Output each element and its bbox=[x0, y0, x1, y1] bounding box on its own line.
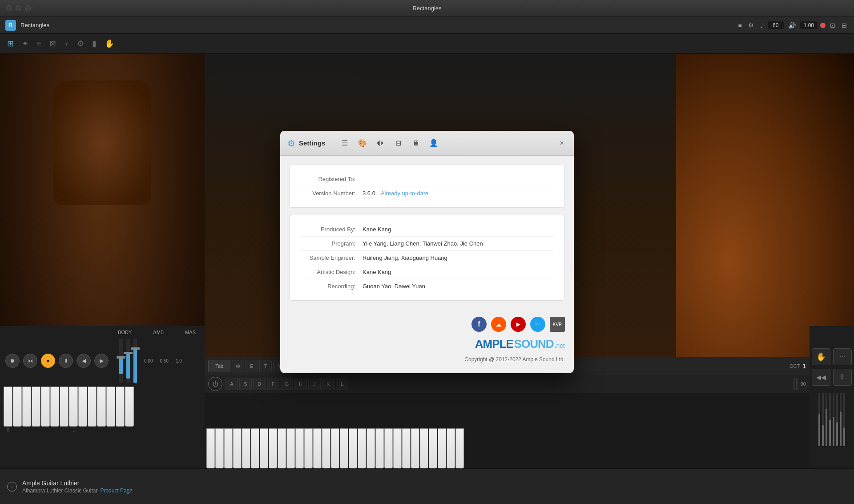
piano-white-key[interactable] bbox=[22, 387, 31, 427]
key-j[interactable]: J bbox=[308, 378, 321, 390]
mixer-icon[interactable]: ≡ bbox=[36, 39, 41, 48]
youtube-icon[interactable]: ▶ bbox=[511, 317, 526, 332]
pause-button[interactable]: ⏸ bbox=[59, 354, 73, 368]
piano-white-key[interactable] bbox=[32, 387, 40, 427]
piano-key[interactable] bbox=[278, 428, 286, 468]
tab-waveform-icon[interactable] bbox=[373, 136, 387, 150]
piano-key[interactable] bbox=[393, 428, 402, 468]
piano-white-key[interactable] bbox=[97, 387, 106, 427]
key-d[interactable]: D bbox=[253, 378, 266, 390]
piano-key[interactable] bbox=[438, 428, 446, 468]
info-icon[interactable]: i bbox=[7, 482, 17, 492]
volume-display[interactable]: 1.00 bbox=[800, 21, 818, 29]
soundcloud-icon[interactable]: ☁ bbox=[491, 317, 506, 332]
bpm-display[interactable]: 60 bbox=[768, 21, 784, 29]
tab-display-icon[interactable]: 🖥 bbox=[409, 136, 423, 150]
piano-key[interactable] bbox=[411, 428, 419, 468]
piano-white-key[interactable] bbox=[13, 387, 22, 427]
next-button[interactable]: ▶ bbox=[94, 354, 109, 368]
right-fader-7[interactable] bbox=[840, 393, 842, 446]
expand-icon[interactable]: ⊟ bbox=[840, 21, 849, 30]
amb-fader[interactable] bbox=[126, 339, 130, 383]
piano-key[interactable] bbox=[269, 428, 277, 468]
pickup-icon[interactable]: ✦ bbox=[22, 39, 28, 48]
tab-palette-icon[interactable]: 🎨 bbox=[355, 136, 370, 150]
key-l[interactable]: L bbox=[336, 378, 348, 390]
forum-icon[interactable]: KVR bbox=[550, 317, 565, 332]
piano-key[interactable] bbox=[455, 428, 464, 468]
back-button[interactable]: ⏮ bbox=[23, 354, 37, 368]
piano-icon[interactable]: ⊞ bbox=[7, 39, 14, 48]
piano-key[interactable] bbox=[304, 428, 313, 468]
piano-white-key[interactable] bbox=[50, 387, 59, 427]
piano-key[interactable] bbox=[384, 428, 393, 468]
right-fader-2[interactable] bbox=[822, 393, 824, 446]
piano-key[interactable] bbox=[215, 428, 224, 468]
piano-key[interactable] bbox=[233, 428, 242, 468]
maximize-button[interactable] bbox=[25, 5, 31, 11]
tab-user-icon[interactable]: 👤 bbox=[427, 136, 441, 150]
key-t[interactable]: T bbox=[259, 360, 272, 372]
piano-white-key[interactable] bbox=[125, 387, 134, 427]
strum-button[interactable]: ✋ bbox=[812, 348, 830, 365]
facebook-icon[interactable]: f bbox=[471, 317, 487, 332]
piano-key[interactable] bbox=[375, 428, 384, 468]
right-fader-6[interactable] bbox=[836, 393, 838, 446]
piano-key[interactable] bbox=[224, 428, 233, 468]
metronome-icon[interactable]: ♩ bbox=[758, 21, 765, 30]
right-fader-1[interactable] bbox=[818, 393, 820, 446]
key-k[interactable]: K bbox=[322, 378, 334, 390]
piano-key[interactable] bbox=[429, 428, 437, 468]
key-w[interactable]: W bbox=[232, 360, 244, 372]
tab-list-icon[interactable]: ☰ bbox=[338, 136, 352, 150]
key-e[interactable]: E bbox=[246, 360, 258, 372]
minimize-button[interactable] bbox=[16, 5, 21, 11]
key-s[interactable]: S bbox=[239, 378, 252, 390]
piano-white-key[interactable] bbox=[60, 387, 68, 427]
window-controls[interactable] bbox=[6, 5, 31, 11]
bars-icon[interactable]: ▮ bbox=[92, 39, 97, 48]
right-fader-4[interactable] bbox=[829, 393, 831, 446]
right-fader-5[interactable] bbox=[833, 393, 834, 446]
record-indicator[interactable] bbox=[820, 23, 826, 28]
piano-key[interactable] bbox=[322, 428, 330, 468]
piano-white-key[interactable] bbox=[116, 387, 125, 427]
hand-icon[interactable]: ✋ bbox=[105, 39, 114, 48]
master-fader[interactable] bbox=[133, 339, 137, 383]
piano-key[interactable] bbox=[286, 428, 295, 468]
key-f[interactable]: F bbox=[267, 378, 279, 390]
list-icon[interactable]: ≡ bbox=[736, 21, 743, 30]
layout-icon[interactable]: ⊡ bbox=[828, 21, 837, 30]
piano-white-key[interactable] bbox=[41, 387, 50, 427]
tab-key[interactable]: Tab bbox=[208, 360, 230, 372]
twitter-icon[interactable]: 🐦 bbox=[530, 317, 545, 332]
body-fader[interactable] bbox=[119, 339, 123, 383]
piano-key[interactable] bbox=[251, 428, 259, 468]
piano-key[interactable] bbox=[447, 428, 455, 468]
close-button[interactable] bbox=[6, 5, 12, 11]
prev-chord-button[interactable]: ◀◀ bbox=[812, 369, 830, 386]
prev-button[interactable]: ◀ bbox=[77, 354, 91, 368]
record-button[interactable]: ⏺ bbox=[5, 354, 20, 368]
volume-icon[interactable]: 🔊 bbox=[786, 21, 798, 30]
key-a[interactable]: A bbox=[226, 378, 238, 390]
piano-key[interactable] bbox=[340, 428, 348, 468]
piano-white-key[interactable] bbox=[106, 387, 115, 427]
piano-key[interactable] bbox=[206, 428, 215, 468]
power-button[interactable]: ⏻ bbox=[208, 377, 222, 391]
piano-key[interactable] bbox=[358, 428, 366, 468]
piano-key[interactable] bbox=[367, 428, 375, 468]
modal-close-button[interactable]: × bbox=[557, 138, 567, 148]
piano-key[interactable] bbox=[313, 428, 322, 468]
piano-key[interactable] bbox=[295, 428, 304, 468]
right-fader-8[interactable] bbox=[843, 393, 845, 446]
tab-eq-icon[interactable]: ⊟ bbox=[391, 136, 405, 150]
settings-icon[interactable]: ⚙ bbox=[77, 39, 84, 48]
piano-white-key[interactable] bbox=[4, 387, 12, 427]
piano-white-key[interactable] bbox=[69, 387, 78, 427]
mic-button[interactable]: 🎙 bbox=[833, 369, 852, 386]
gear-icon[interactable]: ⚙ bbox=[746, 21, 756, 30]
piano-key[interactable] bbox=[402, 428, 411, 468]
piano-key[interactable] bbox=[420, 428, 428, 468]
play-button[interactable]: ● bbox=[41, 354, 55, 368]
